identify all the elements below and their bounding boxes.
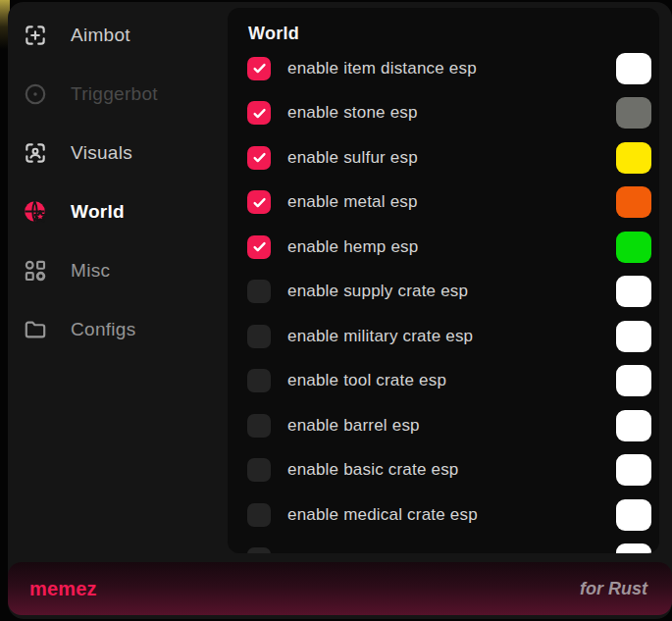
color-swatch[interactable] xyxy=(616,321,651,352)
sidebar-item-configs[interactable]: Configs xyxy=(8,300,228,359)
setting-label: enable barrel esp xyxy=(287,416,420,436)
app-window: Aimbot Triggerbot Visuals World Misc Con… xyxy=(8,2,672,619)
checkbox[interactable] xyxy=(247,547,271,553)
circle-dot-icon xyxy=(23,81,48,107)
checkbox[interactable] xyxy=(247,146,271,170)
brand-name: memez xyxy=(29,578,97,600)
sidebar-item-label: World xyxy=(71,201,125,223)
settings-list[interactable]: enable item distance esp enable stone es… xyxy=(228,56,659,553)
setting-row: enable basic crate esp xyxy=(247,458,651,483)
setting-label: enable supply crate esp xyxy=(287,282,468,301)
color-swatch[interactable] xyxy=(616,499,651,531)
checkbox[interactable] xyxy=(247,57,271,80)
checkbox[interactable] xyxy=(247,235,271,259)
crosshair-plus-icon xyxy=(23,23,48,48)
setting-label: enable tool crate esp xyxy=(287,371,446,390)
checkbox[interactable] xyxy=(247,414,271,438)
sidebar-item-label: Configs xyxy=(71,319,136,340)
setting-label: enable medical crate esp xyxy=(287,505,478,525)
color-swatch[interactable] xyxy=(616,53,651,84)
panel-title: World xyxy=(248,24,659,44)
checkbox[interactable] xyxy=(247,503,271,527)
checkbox[interactable] xyxy=(247,280,271,303)
checkbox[interactable] xyxy=(247,190,271,214)
color-swatch[interactable] xyxy=(616,97,651,129)
setting-label: enable sulfur esp xyxy=(287,148,418,168)
color-swatch[interactable] xyxy=(616,543,651,553)
setting-row: enable tool crate esp xyxy=(247,369,651,393)
footer-bar: memez for Rust xyxy=(8,562,672,615)
color-swatch[interactable] xyxy=(616,454,651,486)
sidebar-item-visuals[interactable]: Visuals xyxy=(8,124,228,182)
checkbox[interactable] xyxy=(247,458,271,482)
setting-row-partial xyxy=(247,547,651,554)
checkbox[interactable] xyxy=(247,369,271,392)
color-swatch[interactable] xyxy=(616,410,651,441)
person-scan-icon xyxy=(23,140,48,166)
sidebar-item-label: Aimbot xyxy=(71,25,130,46)
color-swatch[interactable] xyxy=(616,186,651,218)
checkbox[interactable] xyxy=(247,325,271,348)
checkbox[interactable] xyxy=(247,101,271,125)
setting-row: enable hemp esp xyxy=(247,234,651,259)
sidebar-item-world[interactable]: World xyxy=(8,182,228,241)
color-swatch[interactable] xyxy=(616,232,651,263)
sidebar-item-misc[interactable]: Misc xyxy=(8,241,228,300)
sidebar-item-label: Misc xyxy=(71,260,110,282)
sidebar-item-aimbot[interactable]: Aimbot xyxy=(8,6,228,65)
sidebar: Aimbot Triggerbot Visuals World Misc Con… xyxy=(8,2,228,359)
setting-label: enable item distance esp xyxy=(287,59,477,78)
setting-label: enable basic crate esp xyxy=(287,460,459,480)
color-swatch[interactable] xyxy=(616,142,651,174)
folder-icon xyxy=(23,317,48,342)
setting-label: enable hemp esp xyxy=(287,237,418,257)
sidebar-item-triggerbot[interactable]: Triggerbot xyxy=(8,65,228,124)
shapes-grid-icon xyxy=(23,258,48,284)
setting-row: enable barrel esp xyxy=(247,413,651,438)
setting-row: enable stone esp xyxy=(247,101,651,126)
setting-row: enable metal esp xyxy=(247,190,651,215)
setting-row: enable sulfur esp xyxy=(247,145,651,170)
setting-row: enable medical crate esp xyxy=(247,502,651,527)
world-panel: World enable item distance esp enable st… xyxy=(228,8,659,553)
setting-label: enable stone esp xyxy=(287,103,418,123)
setting-label: enable metal esp xyxy=(287,192,418,212)
globe-star-icon xyxy=(23,199,48,225)
setting-row: enable military crate esp xyxy=(247,324,651,348)
setting-row: enable supply crate esp xyxy=(247,280,651,304)
brand-tagline: for Rust xyxy=(580,579,647,599)
setting-row: enable item distance esp xyxy=(247,56,651,80)
sidebar-item-label: Visuals xyxy=(71,142,132,164)
setting-label: enable military crate esp xyxy=(287,327,473,346)
color-swatch[interactable] xyxy=(616,365,651,396)
sidebar-item-label: Triggerbot xyxy=(71,83,158,105)
color-swatch[interactable] xyxy=(616,276,651,307)
